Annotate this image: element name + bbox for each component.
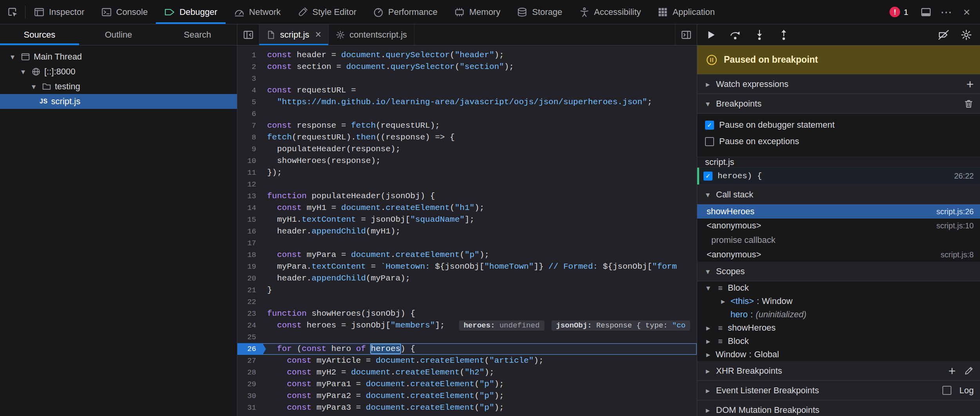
line-content[interactable]	[262, 237, 697, 249]
line-content[interactable]	[262, 108, 697, 120]
tree-item-file-script-js[interactable]: JSscript.js	[0, 94, 237, 109]
chevron-right-icon[interactable]: ▸	[703, 386, 712, 395]
pane-tab-sources[interactable]: Sources	[0, 24, 79, 45]
line-content[interactable]	[262, 179, 697, 190]
pane-tab-search[interactable]: Search	[158, 24, 237, 45]
line-number[interactable]: 27	[237, 355, 262, 367]
line-number[interactable]: 12	[237, 179, 262, 190]
line-number[interactable]: 22	[237, 296, 262, 308]
checkbox[interactable]: ✓	[703, 172, 712, 181]
breakpoint-entry[interactable]: ✓heroes) {26:22	[697, 168, 980, 185]
line-content[interactable]: const myPara2 = document.createElement("…	[262, 390, 697, 402]
add-watch-expression-button[interactable]: +	[966, 78, 974, 90]
line-number[interactable]: 28	[237, 367, 262, 378]
tab-accessibility[interactable]: Accessibility	[571, 0, 649, 24]
chevron-down-icon[interactable]: ▾	[703, 190, 712, 199]
line-content[interactable]	[262, 296, 697, 308]
close-tab-icon[interactable]: ×	[315, 29, 322, 40]
line-content[interactable]: const response = fetch(requestURL);	[262, 120, 697, 132]
line-number[interactable]: 3	[237, 73, 262, 85]
line-number[interactable]: 15	[237, 214, 262, 226]
line-content[interactable]: function populateHeader(jsonObj) {	[262, 190, 697, 202]
chevron-down-icon[interactable]: ▾	[703, 267, 712, 276]
watch-expressions-header[interactable]: ▸ Watch expressions +	[697, 74, 980, 94]
chevron-right-icon[interactable]: ▸	[703, 323, 713, 333]
chevron-down-icon[interactable]: ▾	[18, 67, 28, 76]
line-content[interactable]: const myPara3 = document.createElement("…	[262, 402, 697, 414]
chevron-right-icon[interactable]: ▸	[703, 366, 712, 376]
chevron-down-icon[interactable]: ▾	[703, 283, 713, 293]
chevron-right-icon[interactable]: ▸	[703, 350, 713, 359]
chevron-down-icon[interactable]: ▾	[8, 52, 17, 61]
line-number[interactable]: 4	[237, 85, 262, 96]
chevron-right-icon[interactable]: ▸	[718, 297, 728, 306]
code-editor[interactable]: 1const header = document.querySelector("…	[237, 45, 697, 416]
line-content[interactable]: const myPara1 = document.createElement("…	[262, 378, 697, 390]
tab-style-editor[interactable]: Style Editor	[289, 0, 365, 24]
pane-tab-outline[interactable]: Outline	[79, 24, 158, 45]
breakpoints-header[interactable]: ▾ Breakpoints	[697, 94, 980, 114]
tab-inspector[interactable]: Inspector	[25, 0, 93, 24]
line-content[interactable]	[262, 73, 697, 85]
stack-frame[interactable]: <anonymous>script.js:10	[697, 219, 980, 233]
scope-row[interactable]: hero: (uninitialized)	[697, 308, 980, 321]
tree-item-main-thread[interactable]: ▾Main Thread	[0, 49, 237, 64]
close-devtools-button[interactable]: ×	[957, 0, 976, 24]
tab-console[interactable]: Console	[93, 0, 156, 24]
split-console-button[interactable]	[917, 0, 935, 24]
line-content[interactable]: myPara.textContent = `Hometown: ${jsonOb…	[262, 261, 697, 273]
line-number[interactable]: 31	[237, 402, 262, 414]
call-stack-header[interactable]: ▾ Call stack	[697, 185, 980, 204]
stack-frame[interactable]: promise callback	[697, 233, 980, 248]
line-number[interactable]: 8	[237, 132, 262, 143]
line-content[interactable]: const heroes = jsonObj["members"];heroes…	[262, 320, 697, 331]
event-listener-breakpoints-header[interactable]: ▸ Event Listener Breakpoints Log	[697, 381, 980, 400]
line-number[interactable]: 20	[237, 273, 262, 284]
line-content[interactable]: const myPara = document.createElement("p…	[262, 249, 697, 261]
chevron-right-icon[interactable]: ▸	[703, 80, 712, 89]
line-number[interactable]: 14	[237, 202, 262, 214]
line-number[interactable]: 29	[237, 378, 262, 390]
error-count-button[interactable]: ! 1	[885, 7, 913, 17]
checkbox[interactable]	[705, 137, 714, 146]
line-number[interactable]: 18	[237, 249, 262, 261]
toggle-sources-panel-button[interactable]	[237, 24, 259, 45]
breakpoint-option[interactable]: Pause on exceptions	[697, 133, 980, 150]
add-xhr-breakpoint-button[interactable]: +	[948, 365, 956, 377]
stack-frame[interactable]: showHeroesscript.js:26	[697, 204, 980, 219]
line-content[interactable]: const myArticle = document.createElement…	[262, 355, 697, 367]
line-content[interactable]: const header = document.querySelector("h…	[262, 49, 697, 61]
log-checkbox[interactable]	[942, 386, 951, 395]
pick-element-button[interactable]	[0, 0, 25, 24]
line-content[interactable]: fetch(requestURL).then((response) => {	[262, 132, 697, 143]
line-content[interactable]: "https://mdn.github.io/learning-area/jav…	[262, 96, 697, 108]
tab-storage[interactable]: Storage	[508, 0, 570, 24]
scope-row[interactable]: ▸≡Block	[697, 335, 980, 348]
line-content[interactable]: myH1.textContent = jsonObj["squadName"];	[262, 214, 697, 226]
scope-row[interactable]: ▾≡Block	[697, 281, 980, 295]
line-number[interactable]: 9	[237, 143, 262, 155]
line-content[interactable]: const myH1 = document.createElement("h1"…	[262, 202, 697, 214]
expand-panes-button[interactable]	[675, 24, 697, 45]
line-number[interactable]: 21	[237, 284, 262, 296]
line-content[interactable]: header.appendChild(myH1);	[262, 226, 697, 237]
tab-application[interactable]: Application	[649, 0, 723, 24]
tree-item-host-8000[interactable]: ▾[::]:8000	[0, 64, 237, 79]
scope-row[interactable]: ▸≡showHeroes	[697, 321, 980, 335]
step-in-button[interactable]	[754, 29, 765, 41]
line-number[interactable]: 2	[237, 61, 262, 73]
deactivate-breakpoints-button[interactable]	[938, 29, 949, 41]
stack-frame[interactable]: <anonymous>script.js:8	[697, 248, 980, 262]
source-tab-contentscript-js[interactable]: contentscript.js	[329, 24, 414, 45]
resume-button[interactable]	[705, 29, 717, 41]
line-content[interactable]: header.appendChild(myPara);	[262, 273, 697, 284]
scope-row[interactable]: ▸<this>: Window	[697, 295, 980, 308]
chevron-down-icon[interactable]: ▾	[703, 99, 712, 109]
breakpoint-option[interactable]: ✓Pause on debugger statement	[697, 117, 980, 133]
settings-gear-button[interactable]	[960, 29, 972, 41]
dom-mutation-breakpoints-header[interactable]: ▸ DOM Mutation Breakpoints	[697, 400, 980, 416]
line-number[interactable]: 16	[237, 226, 262, 237]
tab-memory[interactable]: Memory	[446, 0, 508, 24]
line-content[interactable]: showHeroes(response);	[262, 155, 697, 167]
chevron-right-icon[interactable]: ▸	[703, 336, 713, 346]
